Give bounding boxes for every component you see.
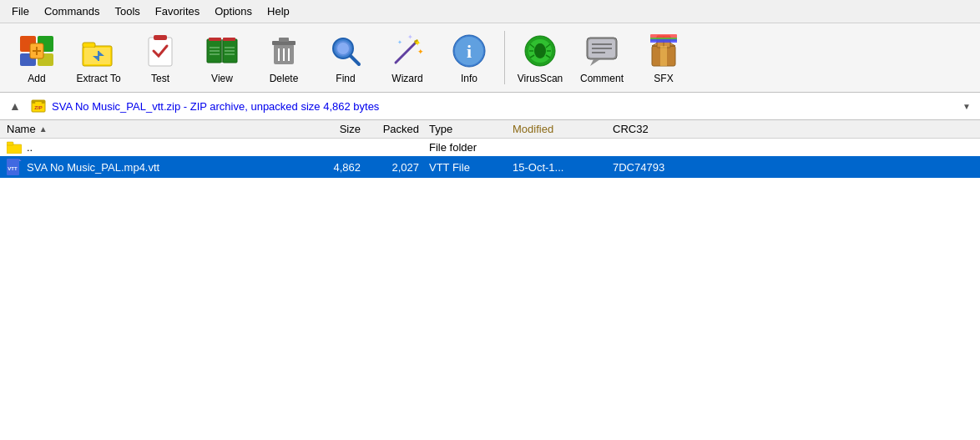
filelist: Name ▲ Size Packed Type Modified CRC32 .… xyxy=(0,120,980,440)
wizard-button[interactable]: ✦ ✦ ✦ ✦ Wizard xyxy=(377,27,437,89)
virusscan-button[interactable]: VirusScan xyxy=(510,27,570,89)
addressbar: ▲ ZIP SVA No Music_PAL_vtt.zip - ZIP arc… xyxy=(0,93,980,120)
info-label: Info xyxy=(461,73,477,84)
svg-text:✦: ✦ xyxy=(397,39,402,45)
svg-text:ZIP: ZIP xyxy=(34,105,42,110)
col-header-packed[interactable]: Packed xyxy=(367,123,426,135)
svg-rect-65 xyxy=(660,46,667,66)
view-button[interactable]: View xyxy=(192,27,252,89)
sfx-label: SFX xyxy=(654,73,673,84)
up-button[interactable]: ▲ xyxy=(5,96,25,116)
toolbar-separator xyxy=(504,31,505,84)
svg-point-33 xyxy=(337,43,349,54)
virusscan-icon xyxy=(520,31,560,71)
archive-icon: ZIP xyxy=(30,97,47,116)
extract-to-label: Extract To xyxy=(76,73,120,84)
find-icon xyxy=(326,31,366,71)
sort-arrow-icon: ▲ xyxy=(39,124,48,134)
file-type: File folder xyxy=(426,141,509,154)
test-icon xyxy=(140,31,180,71)
menu-favorites[interactable]: Favorites xyxy=(149,3,206,20)
wizard-label: Wizard xyxy=(391,73,422,84)
view-icon xyxy=(202,31,242,71)
add-button[interactable]: Add xyxy=(7,27,67,89)
menu-tools[interactable]: Tools xyxy=(108,3,146,20)
svg-rect-8 xyxy=(83,43,95,48)
menu-commands[interactable]: Commands xyxy=(38,3,106,20)
col-header-name[interactable]: Name ▲ xyxy=(0,123,309,135)
col-header-modified[interactable]: Modified xyxy=(509,123,609,135)
file-crc: 7DC74793 xyxy=(609,161,693,174)
wizard-icon: ✦ ✦ ✦ ✦ xyxy=(387,31,427,71)
svg-rect-71 xyxy=(35,102,42,104)
file-name: .. xyxy=(27,141,33,154)
info-button[interactable]: i Info xyxy=(439,27,499,89)
svg-rect-73 xyxy=(7,144,22,154)
add-icon xyxy=(17,31,57,71)
comment-icon xyxy=(582,31,622,71)
svg-rect-74 xyxy=(7,142,13,145)
file-size: 4,862 xyxy=(309,161,367,174)
svg-rect-17 xyxy=(209,38,221,41)
view-label: View xyxy=(211,73,233,84)
comment-button[interactable]: Comment xyxy=(572,27,632,89)
col-header-crc32[interactable]: CRC32 xyxy=(609,123,693,135)
menu-options[interactable]: Options xyxy=(208,3,259,20)
delete-label: Delete xyxy=(270,73,299,84)
svg-marker-56 xyxy=(590,59,600,66)
archive-path[interactable]: SVA No Music_PAL_vtt.zip - ZIP archive, … xyxy=(52,100,953,113)
menu-file[interactable]: File xyxy=(5,3,36,20)
path-dropdown-button[interactable]: ▼ xyxy=(958,98,975,114)
svg-rect-18 xyxy=(223,38,235,41)
virusscan-label: VirusScan xyxy=(518,73,563,84)
svg-rect-68 xyxy=(650,39,677,43)
test-button[interactable]: Test xyxy=(130,27,190,89)
find-label: Find xyxy=(336,73,355,84)
svg-line-35 xyxy=(396,43,416,63)
delete-button[interactable]: Delete xyxy=(254,27,314,89)
extract-to-button[interactable]: Extract To xyxy=(68,27,129,89)
file-modified: 15-Oct-1... xyxy=(509,161,609,174)
sfx-button[interactable]: SFX xyxy=(634,27,694,89)
svg-rect-27 xyxy=(279,38,289,42)
test-label: Test xyxy=(151,73,169,84)
svg-text:VTT: VTT xyxy=(8,166,18,171)
svg-rect-13 xyxy=(154,35,167,40)
svg-rect-12 xyxy=(149,38,172,66)
menu-help[interactable]: Help xyxy=(260,3,296,20)
comment-label: Comment xyxy=(580,73,624,84)
filelist-header: Name ▲ Size Packed Type Modified CRC32 xyxy=(0,120,980,139)
table-row[interactable]: .. File folder xyxy=(0,139,980,156)
info-icon: i xyxy=(449,31,489,71)
find-button[interactable]: Find xyxy=(316,27,376,89)
svg-line-34 xyxy=(351,56,359,64)
toolbar: Add Extract To Test xyxy=(0,23,980,93)
file-type: VTT File xyxy=(426,161,509,174)
file-packed: 2,027 xyxy=(367,161,426,174)
col-header-size[interactable]: Size xyxy=(309,123,367,135)
folder-icon xyxy=(7,141,22,154)
vtt-file-icon: VTT xyxy=(7,159,22,175)
svg-text:✦: ✦ xyxy=(407,33,413,41)
svg-text:✦: ✦ xyxy=(417,48,424,56)
sfx-icon xyxy=(644,31,684,71)
extract-to-icon xyxy=(78,31,119,71)
svg-point-47 xyxy=(536,43,544,52)
add-label: Add xyxy=(28,73,45,84)
menubar: File Commands Tools Favorites Options He… xyxy=(0,0,980,23)
table-row[interactable]: VTT SVA No Music_PAL.mp4.vtt 4,862 2,027… xyxy=(0,156,980,178)
col-header-type[interactable]: Type xyxy=(426,123,509,135)
svg-text:i: i xyxy=(467,41,472,62)
file-name: SVA No Music_PAL.mp4.vtt xyxy=(27,161,159,174)
svg-text:✦: ✦ xyxy=(414,38,421,48)
delete-icon xyxy=(264,31,304,71)
